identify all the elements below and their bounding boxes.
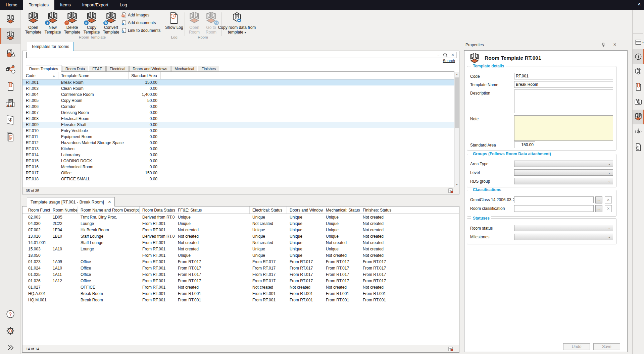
add-images-button[interactable]: Add Images — [121, 12, 149, 18]
table-row[interactable]: RT.005Copy Room50.00 — [22, 98, 454, 104]
scrollbar-thumb[interactable] — [455, 77, 459, 128]
sidebar-item-catalog[interactable] — [0, 112, 20, 128]
column-room-number[interactable]: Room Number — [50, 206, 78, 214]
search-icon[interactable] — [443, 53, 448, 58]
table-row[interactable]: 15.0031A10LoungeFrom RT.001Not createdUn… — [22, 246, 459, 252]
column-code[interactable]: Code▲ — [22, 72, 58, 79]
standard-area-field[interactable] — [514, 141, 535, 148]
search-options-caret-icon[interactable]: ⌄ — [437, 53, 440, 57]
sidebar-item-item-links[interactable] — [0, 62, 20, 78]
table-row[interactable]: RT.007Dressing Room0.00 — [22, 110, 454, 116]
column-room-name[interactable]: Room Name and Room Description — [78, 206, 140, 214]
column-mechanical-status[interactable]: Mechanical: Status — [323, 206, 360, 214]
search-link[interactable]: Search — [443, 59, 455, 63]
copy-room-data-button[interactable]: Copy room data from template ▾ — [217, 11, 257, 35]
table-row[interactable]: 18.050From RT.001UniqueUniqueUniqueNot c… — [22, 252, 459, 258]
sidebar-item-buildings[interactable] — [0, 95, 20, 111]
table-row[interactable]: 07.0021E04Hk Break RoomFrom RT.001Not cr… — [22, 227, 459, 233]
description-field[interactable] — [514, 90, 613, 113]
table-row[interactable]: RT.017Office150.00 — [22, 170, 454, 176]
convert-template-button[interactable]: ↻ Convert Template — [101, 11, 121, 35]
table-row[interactable]: HQ.A.001Break RoomFrom RT.001From RT.001… — [22, 290, 459, 297]
table-row[interactable]: RT.006Corridor0.00 — [22, 104, 454, 110]
menu-items[interactable]: Items — [54, 0, 77, 10]
table-row[interactable]: 01.0231A09OfficeFrom RT.001From RT.017Fr… — [22, 258, 459, 265]
scroll-up-icon[interactable]: ▲ — [455, 73, 459, 75]
menu-log[interactable]: Log — [114, 0, 133, 10]
panel-room-template-button[interactable] — [633, 110, 644, 124]
tab-room-templates[interactable]: Room Templates — [26, 65, 61, 72]
menu-import-export[interactable]: Import/Export — [77, 0, 114, 10]
sidebar-item-rooms[interactable] — [0, 11, 20, 27]
table-row[interactable]: 04.0302C22LoungeFrom RT.001UniqueNot cre… — [22, 220, 459, 227]
table-row[interactable]: RT.001Break Room150.00 — [22, 79, 454, 85]
add-documents-button[interactable]: Add documents — [121, 20, 156, 25]
sidebar-item-items[interactable] — [0, 45, 20, 61]
sidebar-item-documents[interactable] — [0, 78, 20, 95]
show-log-button[interactable]: Show Log — [165, 11, 183, 30]
pin-icon[interactable] — [601, 43, 606, 47]
scroll-down-icon[interactable]: ▼ — [455, 183, 459, 186]
omniclass-browse-button[interactable]: … — [595, 196, 602, 203]
link-to-documents-button[interactable]: Link to documents — [121, 27, 160, 33]
open-room-button[interactable]: Open Room — [186, 11, 203, 35]
table-row[interactable]: RT.010Entry Vestibule0.00 — [22, 128, 454, 134]
table-row[interactable]: RT.016Mechanical Room0.00 — [22, 164, 454, 170]
panel-layout-button[interactable]: ▾ — [633, 35, 644, 50]
search-input[interactable] — [26, 52, 456, 58]
sidebar-item-reports[interactable] — [0, 129, 20, 145]
room-classification-clear-button[interactable]: ✕ — [605, 205, 612, 212]
panel-log-button[interactable] — [633, 140, 644, 155]
column-electrical-status[interactable]: Electrical: Status — [250, 206, 287, 214]
column-room-function[interactable]: Room Function # — [22, 206, 50, 214]
table-row[interactable]: RT.018OFFICE SMALL0.00 — [22, 176, 454, 182]
tab-template-usage[interactable]: Template usage [RT.001 - Break Room] ✕ — [27, 197, 115, 206]
copy-template-button[interactable]: = Copy Template — [82, 11, 101, 35]
milestones-select[interactable]: ⌄ — [514, 234, 613, 240]
table-row[interactable]: HQ.M.001Break RoomFrom RT.001From RT.001… — [22, 297, 459, 303]
room-classification-field[interactable] — [514, 205, 594, 212]
tab-templates-for-rooms[interactable]: Templates for rooms — [27, 42, 73, 51]
tab-doors-and-windows[interactable]: Doors and Windows — [129, 66, 170, 71]
rds-group-select[interactable]: ⌄ — [514, 178, 613, 184]
table-row[interactable]: RT.012Hazardous Material Storage Space0.… — [22, 140, 454, 146]
panel-room-data-button[interactable] — [633, 64, 644, 79]
room-classification-browse-button[interactable]: … — [595, 205, 602, 212]
sidebar-expand-button[interactable] — [0, 340, 20, 354]
search-clear-icon[interactable]: ✕ — [451, 53, 454, 57]
open-template-button[interactable]: Open Template — [23, 11, 43, 35]
export-grid-icon[interactable] — [448, 346, 453, 352]
table-row[interactable]: RT.008Electrical Room0.00 — [22, 116, 454, 122]
collapse-ribbon-icon[interactable]: ^ — [638, 0, 641, 10]
sidebar-item-help[interactable] — [0, 306, 20, 322]
column-finishes-status[interactable]: Finishes: Status — [360, 206, 459, 214]
tab-room-data[interactable]: Room Data — [62, 66, 88, 71]
tab-finishes[interactable]: Finishes — [198, 66, 219, 71]
note-field[interactable] — [514, 115, 613, 141]
table-row[interactable]: RT.003Clean Room0.00 — [22, 85, 454, 92]
panel-documents-button[interactable] — [633, 79, 644, 94]
vertical-scrollbar[interactable]: ▲ ▼ — [454, 72, 459, 187]
delete-template-button[interactable]: − Delete Template — [62, 11, 82, 35]
close-icon[interactable]: ✕ — [613, 42, 616, 47]
table-row[interactable]: 02.0031D05Trmt Rm. Dirty Proc.Derived fr… — [22, 214, 459, 220]
column-ffe-status[interactable]: FF&E: Status — [175, 206, 250, 214]
area-type-select[interactable]: ⌄ — [514, 161, 613, 167]
table-row[interactable]: 01.0241A10OfficeFrom RT.001From RT.017Fr… — [22, 265, 459, 271]
export-grid-icon[interactable] — [448, 188, 453, 193]
column-standard-area[interactable]: Standard Area — [129, 72, 161, 79]
table-row[interactable]: RT.004Conference Room1,400.00 — [22, 92, 454, 98]
table-row[interactable]: RT.009Elevator Shaft0.00 — [22, 122, 454, 128]
undo-button[interactable]: Undo — [563, 343, 590, 350]
room-status-select[interactable]: ⌄ — [514, 225, 613, 231]
level-select[interactable]: ⌄ — [514, 169, 613, 176]
tab-electrical[interactable]: Electrical — [106, 66, 129, 71]
menu-templates[interactable]: Templates — [23, 0, 54, 10]
template-name-field[interactable] — [514, 81, 613, 88]
table-row[interactable]: 01.0261A12OfficeFrom RT.001From RT.017Fr… — [22, 278, 459, 284]
panel-info-button[interactable] — [633, 49, 644, 64]
column-doors-windows-status[interactable]: Doors and Windows:... — [287, 206, 323, 214]
tab-mechanical[interactable]: Mechanical — [171, 66, 197, 71]
menu-home[interactable]: Home — [0, 0, 23, 10]
table-row[interactable]: RT.013Kitchen0.00 — [22, 146, 454, 152]
